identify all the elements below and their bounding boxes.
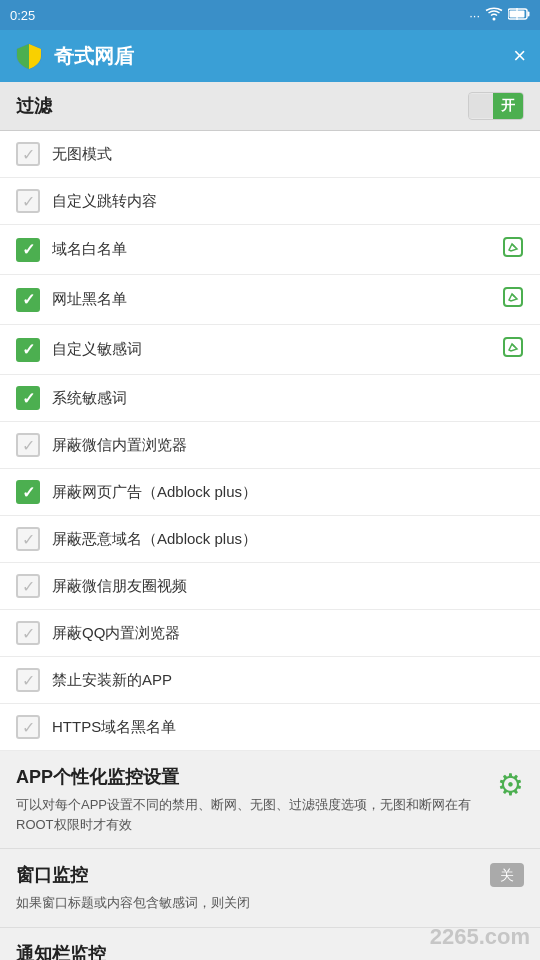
checkbox-custom-redirect[interactable] (16, 189, 40, 213)
svg-rect-2 (528, 11, 530, 16)
edit-icon[interactable] (502, 286, 524, 313)
filter-item[interactable]: 系统敏感词 (0, 375, 540, 422)
filter-toggle[interactable]: 开 (468, 92, 524, 120)
filter-item[interactable]: 自定义敏感词 (0, 325, 540, 375)
svg-line-9 (512, 294, 515, 297)
title-bar: 奇式网盾 × (0, 30, 540, 82)
window-monitor-desc: 如果窗口标题或内容包含敏感词，则关闭 (16, 893, 524, 913)
toggle-off-part (469, 94, 493, 118)
edit-icon[interactable] (502, 336, 524, 363)
wifi-icon (485, 7, 503, 24)
window-monitor-title: 窗口监控 (16, 863, 88, 887)
filter-item[interactable]: 屏蔽网页广告（Adblock plus） (0, 469, 540, 516)
checkbox-block-ads-adblock[interactable] (16, 480, 40, 504)
status-bar: 0:25 ··· (0, 0, 540, 30)
app-section-desc: 可以对每个APP设置不同的禁用、断网、无图、过滤强度选项，无图和断网在有ROOT… (16, 795, 487, 834)
filter-item-label: 屏蔽QQ内置浏览器 (52, 624, 524, 643)
checkbox-block-new-app[interactable] (16, 668, 40, 692)
filter-item[interactable]: 屏蔽微信内置浏览器 (0, 422, 540, 469)
window-toggle[interactable]: 关 (490, 866, 524, 885)
app-title: 奇式网盾 (54, 43, 503, 70)
filter-item-label: 禁止安装新的APP (52, 671, 524, 690)
signal-icon: ··· (469, 8, 480, 23)
checkbox-block-malicious-adblock[interactable] (16, 527, 40, 551)
filter-item-label: 系统敏感词 (52, 389, 524, 408)
status-time: 0:25 (10, 8, 35, 23)
close-button[interactable]: × (513, 43, 526, 69)
checkbox-block-wechat-browser[interactable] (16, 433, 40, 457)
checkbox-custom-keywords[interactable] (16, 338, 40, 362)
status-icons: ··· (469, 7, 530, 24)
filter-item[interactable]: 无图模式 (0, 131, 540, 178)
filter-list: 无图模式自定义跳转内容域名白名单网址黑名单自定义敏感词系统敏感词屏蔽微信内置浏览… (0, 131, 540, 751)
app-section: APP个性化监控设置 可以对每个APP设置不同的禁用、断网、无图、过滤强度选项，… (0, 751, 540, 849)
filter-title: 过滤 (16, 94, 52, 118)
filter-section-header: 过滤 开 (0, 82, 540, 131)
filter-item[interactable]: 屏蔽QQ内置浏览器 (0, 610, 540, 657)
window-toggle-label: 关 (490, 863, 524, 887)
filter-item[interactable]: 域名白名单 (0, 225, 540, 275)
checkbox-url-blacklist[interactable] (16, 288, 40, 312)
filter-item[interactable]: 禁止安装新的APP (0, 657, 540, 704)
checkbox-domain-whitelist[interactable] (16, 238, 40, 262)
notif-title: 通知栏监控 (16, 942, 524, 961)
filter-item-label: 无图模式 (52, 145, 524, 164)
filter-item-label: 屏蔽网页广告（Adblock plus） (52, 483, 524, 502)
filter-item-label: 域名白名单 (52, 240, 490, 259)
checkbox-https-blacklist[interactable] (16, 715, 40, 739)
svg-line-7 (512, 244, 515, 247)
notif-section: 通知栏监控 如果通知栏包含敏感词，则清理所有通知 (0, 928, 540, 961)
svg-rect-6 (504, 238, 522, 256)
svg-rect-10 (504, 338, 522, 356)
filter-item[interactable]: 网址黑名单 (0, 275, 540, 325)
checkbox-block-qq-browser[interactable] (16, 621, 40, 645)
checkbox-block-wechat-video[interactable] (16, 574, 40, 598)
filter-item-label: 自定义跳转内容 (52, 192, 524, 211)
filter-item-label: 屏蔽微信朋友圈视频 (52, 577, 524, 596)
filter-item-label: 屏蔽微信内置浏览器 (52, 436, 524, 455)
filter-item-label: HTTPS域名黑名单 (52, 718, 524, 737)
svg-line-11 (512, 344, 515, 347)
svg-point-0 (493, 17, 496, 20)
filter-item-label: 屏蔽恶意域名（Adblock plus） (52, 530, 524, 549)
checkbox-system-keywords[interactable] (16, 386, 40, 410)
battery-icon (508, 8, 530, 23)
filter-item[interactable]: HTTPS域名黑名单 (0, 704, 540, 751)
filter-item[interactable]: 自定义跳转内容 (0, 178, 540, 225)
edit-icon[interactable] (502, 236, 524, 263)
toggle-on-label: 开 (493, 93, 523, 119)
filter-item-label: 自定义敏感词 (52, 340, 490, 359)
window-section: 窗口监控 关 如果窗口标题或内容包含敏感词，则关闭 (0, 849, 540, 928)
shield-icon (14, 41, 44, 71)
filter-item[interactable]: 屏蔽微信朋友圈视频 (0, 563, 540, 610)
svg-rect-8 (504, 288, 522, 306)
filter-item-label: 网址黑名单 (52, 290, 490, 309)
app-section-title: APP个性化监控设置 (16, 765, 487, 789)
filter-item[interactable]: 屏蔽恶意域名（Adblock plus） (0, 516, 540, 563)
checkbox-no-image[interactable] (16, 142, 40, 166)
gear-icon[interactable]: ⚙ (497, 767, 524, 802)
